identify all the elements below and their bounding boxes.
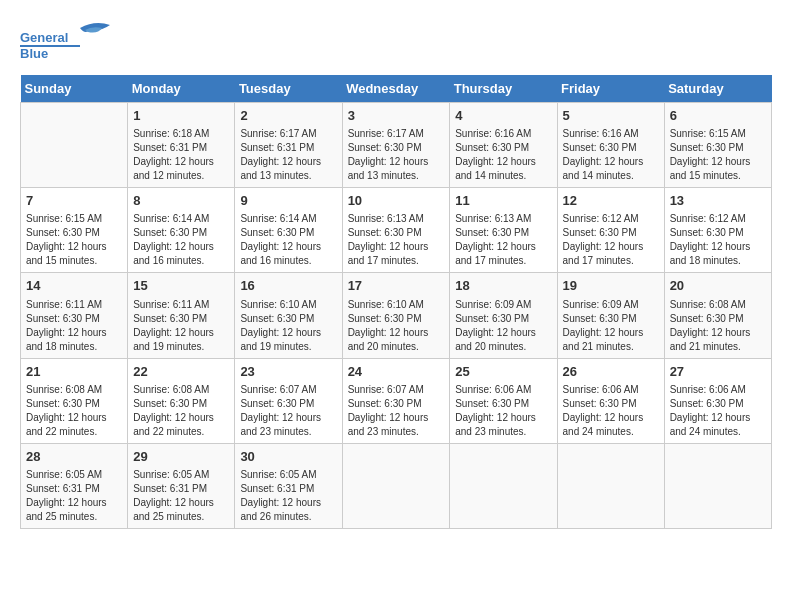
calendar-week-row: 1Sunrise: 6:18 AMSunset: 6:31 PMDaylight… bbox=[21, 103, 772, 188]
day-info: Sunrise: 6:18 AMSunset: 6:31 PMDaylight:… bbox=[133, 127, 229, 183]
day-info: Sunrise: 6:15 AMSunset: 6:30 PMDaylight:… bbox=[26, 212, 122, 268]
calendar-cell: 29Sunrise: 6:05 AMSunset: 6:31 PMDayligh… bbox=[128, 443, 235, 528]
day-number: 5 bbox=[563, 107, 659, 125]
day-number: 10 bbox=[348, 192, 445, 210]
day-number: 11 bbox=[455, 192, 551, 210]
day-number: 29 bbox=[133, 448, 229, 466]
day-info: Sunrise: 6:14 AMSunset: 6:30 PMDaylight:… bbox=[133, 212, 229, 268]
calendar-cell: 18Sunrise: 6:09 AMSunset: 6:30 PMDayligh… bbox=[450, 273, 557, 358]
calendar-cell: 28Sunrise: 6:05 AMSunset: 6:31 PMDayligh… bbox=[21, 443, 128, 528]
day-info: Sunrise: 6:05 AMSunset: 6:31 PMDaylight:… bbox=[26, 468, 122, 524]
day-number: 20 bbox=[670, 277, 766, 295]
weekday-header: Saturday bbox=[664, 75, 771, 103]
day-number: 30 bbox=[240, 448, 336, 466]
calendar-cell: 10Sunrise: 6:13 AMSunset: 6:30 PMDayligh… bbox=[342, 188, 450, 273]
logo-icon: General Blue bbox=[20, 20, 130, 65]
day-number: 22 bbox=[133, 363, 229, 381]
calendar-cell: 11Sunrise: 6:13 AMSunset: 6:30 PMDayligh… bbox=[450, 188, 557, 273]
calendar-cell bbox=[664, 443, 771, 528]
day-number: 23 bbox=[240, 363, 336, 381]
calendar-cell bbox=[557, 443, 664, 528]
day-info: Sunrise: 6:12 AMSunset: 6:30 PMDaylight:… bbox=[563, 212, 659, 268]
day-number: 2 bbox=[240, 107, 336, 125]
weekday-header: Wednesday bbox=[342, 75, 450, 103]
calendar-cell: 15Sunrise: 6:11 AMSunset: 6:30 PMDayligh… bbox=[128, 273, 235, 358]
calendar-cell: 13Sunrise: 6:12 AMSunset: 6:30 PMDayligh… bbox=[664, 188, 771, 273]
day-info: Sunrise: 6:14 AMSunset: 6:30 PMDaylight:… bbox=[240, 212, 336, 268]
day-number: 15 bbox=[133, 277, 229, 295]
day-info: Sunrise: 6:09 AMSunset: 6:30 PMDaylight:… bbox=[455, 298, 551, 354]
day-info: Sunrise: 6:13 AMSunset: 6:30 PMDaylight:… bbox=[348, 212, 445, 268]
calendar-week-row: 14Sunrise: 6:11 AMSunset: 6:30 PMDayligh… bbox=[21, 273, 772, 358]
day-number: 19 bbox=[563, 277, 659, 295]
calendar-cell: 25Sunrise: 6:06 AMSunset: 6:30 PMDayligh… bbox=[450, 358, 557, 443]
calendar-cell: 16Sunrise: 6:10 AMSunset: 6:30 PMDayligh… bbox=[235, 273, 342, 358]
calendar-cell: 24Sunrise: 6:07 AMSunset: 6:30 PMDayligh… bbox=[342, 358, 450, 443]
day-info: Sunrise: 6:17 AMSunset: 6:31 PMDaylight:… bbox=[240, 127, 336, 183]
calendar-cell: 7Sunrise: 6:15 AMSunset: 6:30 PMDaylight… bbox=[21, 188, 128, 273]
calendar-cell bbox=[21, 103, 128, 188]
svg-text:Blue: Blue bbox=[20, 46, 48, 61]
day-info: Sunrise: 6:05 AMSunset: 6:31 PMDaylight:… bbox=[240, 468, 336, 524]
day-number: 6 bbox=[670, 107, 766, 125]
calendar-cell: 12Sunrise: 6:12 AMSunset: 6:30 PMDayligh… bbox=[557, 188, 664, 273]
calendar-cell: 21Sunrise: 6:08 AMSunset: 6:30 PMDayligh… bbox=[21, 358, 128, 443]
page-header: General Blue bbox=[20, 20, 772, 65]
weekday-header: Friday bbox=[557, 75, 664, 103]
day-info: Sunrise: 6:16 AMSunset: 6:30 PMDaylight:… bbox=[563, 127, 659, 183]
day-info: Sunrise: 6:05 AMSunset: 6:31 PMDaylight:… bbox=[133, 468, 229, 524]
day-info: Sunrise: 6:08 AMSunset: 6:30 PMDaylight:… bbox=[26, 383, 122, 439]
calendar-cell: 4Sunrise: 6:16 AMSunset: 6:30 PMDaylight… bbox=[450, 103, 557, 188]
calendar-cell: 6Sunrise: 6:15 AMSunset: 6:30 PMDaylight… bbox=[664, 103, 771, 188]
logo: General Blue bbox=[20, 20, 130, 65]
calendar-cell: 19Sunrise: 6:09 AMSunset: 6:30 PMDayligh… bbox=[557, 273, 664, 358]
calendar-table: SundayMondayTuesdayWednesdayThursdayFrid… bbox=[20, 75, 772, 529]
day-info: Sunrise: 6:08 AMSunset: 6:30 PMDaylight:… bbox=[133, 383, 229, 439]
day-info: Sunrise: 6:15 AMSunset: 6:30 PMDaylight:… bbox=[670, 127, 766, 183]
day-info: Sunrise: 6:06 AMSunset: 6:30 PMDaylight:… bbox=[455, 383, 551, 439]
day-number: 7 bbox=[26, 192, 122, 210]
day-number: 12 bbox=[563, 192, 659, 210]
calendar-cell: 14Sunrise: 6:11 AMSunset: 6:30 PMDayligh… bbox=[21, 273, 128, 358]
calendar-cell: 23Sunrise: 6:07 AMSunset: 6:30 PMDayligh… bbox=[235, 358, 342, 443]
calendar-cell: 26Sunrise: 6:06 AMSunset: 6:30 PMDayligh… bbox=[557, 358, 664, 443]
day-number: 27 bbox=[670, 363, 766, 381]
day-info: Sunrise: 6:08 AMSunset: 6:30 PMDaylight:… bbox=[670, 298, 766, 354]
day-number: 1 bbox=[133, 107, 229, 125]
day-number: 17 bbox=[348, 277, 445, 295]
calendar-header: SundayMondayTuesdayWednesdayThursdayFrid… bbox=[21, 75, 772, 103]
day-info: Sunrise: 6:11 AMSunset: 6:30 PMDaylight:… bbox=[133, 298, 229, 354]
day-number: 3 bbox=[348, 107, 445, 125]
calendar-cell: 2Sunrise: 6:17 AMSunset: 6:31 PMDaylight… bbox=[235, 103, 342, 188]
day-number: 13 bbox=[670, 192, 766, 210]
day-info: Sunrise: 6:11 AMSunset: 6:30 PMDaylight:… bbox=[26, 298, 122, 354]
calendar-cell: 8Sunrise: 6:14 AMSunset: 6:30 PMDaylight… bbox=[128, 188, 235, 273]
calendar-cell: 22Sunrise: 6:08 AMSunset: 6:30 PMDayligh… bbox=[128, 358, 235, 443]
day-info: Sunrise: 6:13 AMSunset: 6:30 PMDaylight:… bbox=[455, 212, 551, 268]
day-number: 16 bbox=[240, 277, 336, 295]
calendar-week-row: 28Sunrise: 6:05 AMSunset: 6:31 PMDayligh… bbox=[21, 443, 772, 528]
calendar-cell: 3Sunrise: 6:17 AMSunset: 6:30 PMDaylight… bbox=[342, 103, 450, 188]
weekday-header: Sunday bbox=[21, 75, 128, 103]
calendar-cell: 30Sunrise: 6:05 AMSunset: 6:31 PMDayligh… bbox=[235, 443, 342, 528]
day-info: Sunrise: 6:10 AMSunset: 6:30 PMDaylight:… bbox=[348, 298, 445, 354]
day-info: Sunrise: 6:16 AMSunset: 6:30 PMDaylight:… bbox=[455, 127, 551, 183]
day-number: 28 bbox=[26, 448, 122, 466]
day-number: 21 bbox=[26, 363, 122, 381]
day-info: Sunrise: 6:06 AMSunset: 6:30 PMDaylight:… bbox=[670, 383, 766, 439]
calendar-cell: 9Sunrise: 6:14 AMSunset: 6:30 PMDaylight… bbox=[235, 188, 342, 273]
day-number: 14 bbox=[26, 277, 122, 295]
weekday-header: Thursday bbox=[450, 75, 557, 103]
weekday-header: Monday bbox=[128, 75, 235, 103]
calendar-cell: 5Sunrise: 6:16 AMSunset: 6:30 PMDaylight… bbox=[557, 103, 664, 188]
calendar-cell: 1Sunrise: 6:18 AMSunset: 6:31 PMDaylight… bbox=[128, 103, 235, 188]
day-info: Sunrise: 6:09 AMSunset: 6:30 PMDaylight:… bbox=[563, 298, 659, 354]
day-info: Sunrise: 6:10 AMSunset: 6:30 PMDaylight:… bbox=[240, 298, 336, 354]
day-info: Sunrise: 6:06 AMSunset: 6:30 PMDaylight:… bbox=[563, 383, 659, 439]
calendar-cell: 20Sunrise: 6:08 AMSunset: 6:30 PMDayligh… bbox=[664, 273, 771, 358]
day-number: 24 bbox=[348, 363, 445, 381]
day-number: 26 bbox=[563, 363, 659, 381]
day-number: 25 bbox=[455, 363, 551, 381]
day-info: Sunrise: 6:07 AMSunset: 6:30 PMDaylight:… bbox=[348, 383, 445, 439]
calendar-cell: 17Sunrise: 6:10 AMSunset: 6:30 PMDayligh… bbox=[342, 273, 450, 358]
